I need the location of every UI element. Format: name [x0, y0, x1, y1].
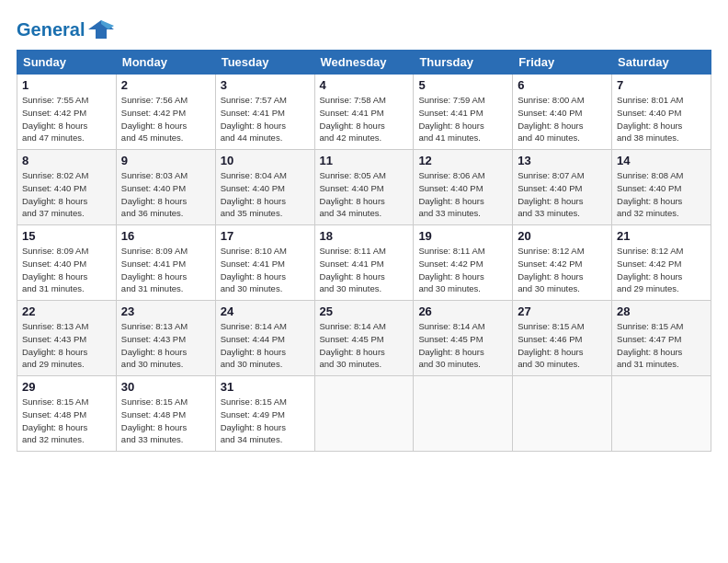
day-info: Sunrise: 8:09 AM Sunset: 4:41 PM Dayligh…	[121, 245, 210, 295]
calendar-cell: 16Sunrise: 8:09 AM Sunset: 4:41 PM Dayli…	[116, 225, 215, 301]
calendar-cell	[513, 376, 612, 452]
calendar-cell: 27Sunrise: 8:15 AM Sunset: 4:46 PM Dayli…	[513, 301, 612, 376]
day-info: Sunrise: 8:12 AM Sunset: 4:42 PM Dayligh…	[617, 245, 706, 295]
day-number: 27	[518, 304, 607, 318]
calendar-cell: 12Sunrise: 8:06 AM Sunset: 4:40 PM Dayli…	[414, 150, 513, 225]
day-number: 19	[418, 229, 507, 243]
day-number: 22	[22, 304, 111, 318]
calendar-cell: 26Sunrise: 8:14 AM Sunset: 4:45 PM Dayli…	[414, 301, 513, 376]
day-info: Sunrise: 7:58 AM Sunset: 4:41 PM Dayligh…	[320, 94, 409, 144]
calendar-cell: 20Sunrise: 8:12 AM Sunset: 4:42 PM Dayli…	[513, 225, 612, 301]
day-number: 15	[22, 229, 111, 243]
day-number: 8	[22, 154, 111, 167]
day-number: 24	[221, 304, 310, 318]
day-info: Sunrise: 8:14 AM Sunset: 4:44 PM Dayligh…	[221, 320, 310, 371]
dow-header-sunday: Sunday	[17, 51, 117, 75]
day-number: 2	[121, 78, 210, 92]
day-info: Sunrise: 8:05 AM Sunset: 4:40 PM Dayligh…	[320, 169, 409, 220]
day-info: Sunrise: 8:13 AM Sunset: 4:43 PM Dayligh…	[121, 320, 210, 371]
day-number: 16	[121, 229, 210, 243]
day-info: Sunrise: 8:03 AM Sunset: 4:40 PM Dayligh…	[121, 169, 210, 220]
header: General	[17, 17, 711, 42]
day-info: Sunrise: 7:57 AM Sunset: 4:41 PM Dayligh…	[221, 94, 310, 144]
day-info: Sunrise: 8:02 AM Sunset: 4:40 PM Dayligh…	[22, 169, 111, 220]
dow-header-thursday: Thursday	[414, 51, 513, 75]
calendar-week-4: 22Sunrise: 8:13 AM Sunset: 4:43 PM Dayli…	[17, 301, 711, 376]
day-number: 26	[418, 304, 507, 318]
calendar-cell: 31Sunrise: 8:15 AM Sunset: 4:49 PM Dayli…	[215, 376, 314, 452]
calendar-table: SundayMondayTuesdayWednesdayThursdayFrid…	[17, 50, 711, 452]
day-number: 6	[518, 78, 607, 92]
day-number: 23	[121, 304, 210, 318]
day-info: Sunrise: 7:55 AM Sunset: 4:42 PM Dayligh…	[22, 94, 111, 144]
calendar-cell: 24Sunrise: 8:14 AM Sunset: 4:44 PM Dayli…	[215, 301, 314, 376]
dow-header-saturday: Saturday	[612, 51, 711, 75]
day-number: 5	[418, 78, 507, 92]
day-info: Sunrise: 8:08 AM Sunset: 4:40 PM Dayligh…	[617, 169, 706, 220]
day-info: Sunrise: 8:15 AM Sunset: 4:48 PM Dayligh…	[22, 396, 111, 446]
day-number: 4	[320, 78, 409, 92]
day-number: 17	[221, 229, 310, 243]
day-number: 1	[22, 78, 111, 92]
day-number: 10	[221, 154, 310, 167]
day-info: Sunrise: 8:07 AM Sunset: 4:40 PM Dayligh…	[518, 169, 607, 220]
day-number: 21	[617, 229, 706, 243]
day-number: 20	[518, 229, 607, 243]
day-info: Sunrise: 8:15 AM Sunset: 4:49 PM Dayligh…	[221, 396, 310, 446]
day-number: 30	[121, 380, 210, 394]
day-info: Sunrise: 8:15 AM Sunset: 4:47 PM Dayligh…	[617, 320, 706, 371]
day-number: 11	[320, 154, 409, 167]
logo: General	[17, 17, 114, 42]
day-info: Sunrise: 8:10 AM Sunset: 4:41 PM Dayligh…	[221, 245, 310, 295]
calendar-cell: 11Sunrise: 8:05 AM Sunset: 4:40 PM Dayli…	[314, 150, 414, 225]
calendar-week-3: 15Sunrise: 8:09 AM Sunset: 4:40 PM Dayli…	[17, 225, 711, 301]
calendar-cell: 30Sunrise: 8:15 AM Sunset: 4:48 PM Dayli…	[116, 376, 215, 452]
dow-header-wednesday: Wednesday	[314, 51, 414, 75]
day-number: 28	[617, 304, 706, 318]
day-number: 3	[221, 78, 310, 92]
calendar-cell: 13Sunrise: 8:07 AM Sunset: 4:40 PM Dayli…	[513, 150, 612, 225]
calendar-cell: 23Sunrise: 8:13 AM Sunset: 4:43 PM Dayli…	[116, 301, 215, 376]
calendar-cell: 9Sunrise: 8:03 AM Sunset: 4:40 PM Daylig…	[116, 150, 215, 225]
day-of-week-header: SundayMondayTuesdayWednesdayThursdayFrid…	[17, 51, 711, 75]
logo-bird-icon	[88, 17, 114, 42]
calendar-cell: 14Sunrise: 8:08 AM Sunset: 4:40 PM Dayli…	[612, 150, 711, 225]
calendar-cell	[314, 376, 414, 452]
day-number: 13	[518, 154, 607, 167]
dow-header-tuesday: Tuesday	[215, 51, 314, 75]
calendar-week-1: 1Sunrise: 7:55 AM Sunset: 4:42 PM Daylig…	[17, 75, 711, 150]
calendar-cell: 6Sunrise: 8:00 AM Sunset: 4:40 PM Daylig…	[513, 75, 612, 150]
calendar-cell: 19Sunrise: 8:11 AM Sunset: 4:42 PM Dayli…	[414, 225, 513, 301]
calendar-cell	[414, 376, 513, 452]
day-info: Sunrise: 7:59 AM Sunset: 4:41 PM Dayligh…	[418, 94, 507, 144]
day-number: 25	[320, 304, 409, 318]
day-info: Sunrise: 8:15 AM Sunset: 4:48 PM Dayligh…	[121, 396, 210, 446]
page-container: General SundayMondayTuesdayWednesdayThur…	[0, 0, 728, 461]
day-info: Sunrise: 7:56 AM Sunset: 4:42 PM Dayligh…	[121, 94, 210, 144]
day-info: Sunrise: 8:11 AM Sunset: 4:41 PM Dayligh…	[320, 245, 409, 295]
day-info: Sunrise: 8:09 AM Sunset: 4:40 PM Dayligh…	[22, 245, 111, 295]
day-number: 12	[418, 154, 507, 167]
day-info: Sunrise: 8:14 AM Sunset: 4:45 PM Dayligh…	[320, 320, 409, 371]
logo-text: General	[17, 19, 85, 40]
day-info: Sunrise: 8:00 AM Sunset: 4:40 PM Dayligh…	[518, 94, 607, 144]
calendar-body: 1Sunrise: 7:55 AM Sunset: 4:42 PM Daylig…	[17, 75, 711, 452]
day-info: Sunrise: 8:06 AM Sunset: 4:40 PM Dayligh…	[418, 169, 507, 220]
day-number: 29	[22, 380, 111, 394]
day-number: 7	[617, 78, 706, 92]
calendar-cell: 28Sunrise: 8:15 AM Sunset: 4:47 PM Dayli…	[612, 301, 711, 376]
calendar-cell: 1Sunrise: 7:55 AM Sunset: 4:42 PM Daylig…	[17, 75, 117, 150]
calendar-week-2: 8Sunrise: 8:02 AM Sunset: 4:40 PM Daylig…	[17, 150, 711, 225]
dow-header-friday: Friday	[513, 51, 612, 75]
day-info: Sunrise: 8:11 AM Sunset: 4:42 PM Dayligh…	[418, 245, 507, 295]
calendar-cell: 29Sunrise: 8:15 AM Sunset: 4:48 PM Dayli…	[17, 376, 117, 452]
calendar-cell: 18Sunrise: 8:11 AM Sunset: 4:41 PM Dayli…	[314, 225, 414, 301]
calendar-cell: 3Sunrise: 7:57 AM Sunset: 4:41 PM Daylig…	[215, 75, 314, 150]
dow-header-monday: Monday	[116, 51, 215, 75]
day-number: 9	[121, 154, 210, 167]
day-info: Sunrise: 8:15 AM Sunset: 4:46 PM Dayligh…	[518, 320, 607, 371]
day-info: Sunrise: 8:14 AM Sunset: 4:45 PM Dayligh…	[418, 320, 507, 371]
calendar-cell: 2Sunrise: 7:56 AM Sunset: 4:42 PM Daylig…	[116, 75, 215, 150]
day-number: 14	[617, 154, 706, 167]
day-number: 18	[320, 229, 409, 243]
